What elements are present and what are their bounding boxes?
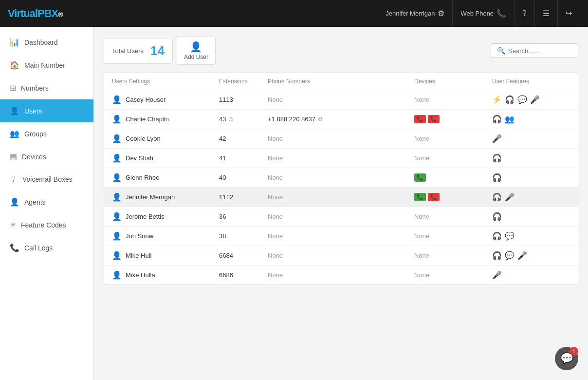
extension-cell: 38 bbox=[219, 232, 268, 240]
header: VirtualPBX® Jennifer Merrigan ⚙ Web Phon… bbox=[0, 0, 588, 27]
features-cell: 🎧🎤 bbox=[492, 192, 570, 202]
sidebar-item-agents[interactable]: 👤 Agents bbox=[0, 190, 93, 213]
search-input[interactable] bbox=[508, 47, 572, 55]
logo-trademark: ® bbox=[58, 11, 62, 19]
device-none: None bbox=[414, 252, 429, 259]
features-cell: 🎧👥 bbox=[492, 114, 570, 124]
table-row[interactable]: 👤 Jon Snow 38 None None 🎧💬 bbox=[104, 227, 578, 246]
sidebar-item-groups[interactable]: 👥 Groups bbox=[0, 122, 93, 145]
total-users-box: Total Users 14 bbox=[104, 38, 173, 64]
extension-cell: 6686 bbox=[219, 271, 268, 279]
extension-value: 41 bbox=[219, 154, 226, 162]
sidebar-item-users[interactable]: 👤 Users bbox=[0, 99, 93, 122]
search-box: 🔍 bbox=[491, 43, 578, 58]
bolt-icon: ⚡ bbox=[492, 95, 502, 104]
chat-widget[interactable]: 💬 1 bbox=[555, 347, 578, 370]
table-header: Users Settings Extensions Phone Numbers … bbox=[104, 73, 578, 90]
extension-cell: 40 bbox=[219, 174, 268, 181]
device-red-icon: 📞 bbox=[414, 115, 426, 123]
sidebar-icon-dashboard: 📊 bbox=[10, 38, 19, 47]
user-name: 👤 Cookie Lyon bbox=[112, 134, 219, 143]
table-row[interactable]: 👤 Charlie Chaplin 43 ⧉ +1 888 220 8637⧉ … bbox=[104, 110, 578, 129]
user-name: 👤 Jennifer Merrigan bbox=[112, 192, 219, 202]
phone-cell: None bbox=[268, 135, 414, 142]
copy-ext-icon[interactable]: ⧉ bbox=[229, 116, 233, 123]
extension-value: 6684 bbox=[219, 252, 233, 259]
phone-cell: None bbox=[268, 193, 414, 201]
user-menu-button[interactable]: Jennifer Merrigan ⚙ bbox=[378, 0, 453, 27]
table-row[interactable]: 👤 Cookie Lyon 42 None None 🎤 bbox=[104, 129, 578, 149]
col-phone-numbers: Phone Numbers bbox=[268, 78, 414, 85]
extension-value: 36 bbox=[219, 213, 226, 220]
device-none: None bbox=[414, 232, 429, 240]
features-cell: 🎧 bbox=[492, 173, 570, 182]
table-row[interactable]: 👤 Glenn Rhee 40 None 📞 🎧 bbox=[104, 168, 578, 188]
phone-number: +1 888 220 8637 bbox=[268, 115, 315, 123]
devices-cell: None bbox=[414, 154, 492, 162]
web-phone-label: Web Phone bbox=[460, 10, 494, 17]
sidebar-item-numbers[interactable]: ⊞ Numbers bbox=[0, 76, 93, 99]
col-users-settings: Users Settings bbox=[112, 78, 219, 85]
table-row[interactable]: 👤 Mike Hull 6684 None None 🎧💬🎤 bbox=[104, 246, 578, 266]
sidebar-item-feature-codes[interactable]: ✳ Feature Codes bbox=[0, 213, 93, 236]
admin-user-icon: 👤 bbox=[112, 95, 122, 104]
device-none: None bbox=[414, 96, 429, 103]
extension-cell: 36 bbox=[219, 213, 268, 220]
sidebar-label-voicemail-boxes: Voicemail Boxes bbox=[22, 175, 73, 183]
phone-none: None bbox=[268, 271, 283, 279]
sidebar: 📊 Dashboard 🏠 Main Number ⊞ Numbers 👤 Us… bbox=[0, 27, 94, 380]
menu-button[interactable]: ☰ bbox=[535, 0, 558, 27]
sidebar-item-call-logs[interactable]: 📞 Call Logs bbox=[0, 236, 93, 259]
devices-cell: None bbox=[414, 252, 492, 259]
table-row[interactable]: 👤 Mike Hulla 6686 None None 🎤 bbox=[104, 266, 578, 285]
user-name-text: Mike Hull bbox=[126, 252, 151, 259]
sidebar-item-voicemail-boxes[interactable]: 🎙 Voicemail Boxes bbox=[0, 168, 93, 190]
sidebar-item-devices[interactable]: ▦ Devices bbox=[0, 145, 93, 168]
headset-icon: 🎧 bbox=[492, 192, 502, 202]
sidebar-item-main-number[interactable]: 🏠 Main Number bbox=[0, 54, 93, 76]
phone-cell: +1 888 220 8637⧉ bbox=[268, 115, 414, 123]
mic-icon: 🎤 bbox=[517, 251, 527, 260]
sidebar-item-dashboard[interactable]: 📊 Dashboard bbox=[0, 31, 93, 54]
headset-icon: 🎧 bbox=[492, 153, 502, 163]
user-name: 👤 Casey Houser bbox=[112, 95, 219, 104]
web-phone-button[interactable]: Web Phone 📞 bbox=[453, 0, 514, 27]
logo-pbx: PBX bbox=[37, 7, 58, 19]
devices-cell: None bbox=[414, 271, 492, 279]
extension-cell: 42 bbox=[219, 135, 268, 142]
topbar: Total Users 14 👤 Add User 🔍 bbox=[104, 37, 578, 65]
table-row[interactable]: 👤 Jerome Bettis 36 None None 🎧 bbox=[104, 207, 578, 227]
user-icon: 👤 bbox=[112, 270, 122, 280]
group-icon: 👥 bbox=[505, 114, 514, 124]
sidebar-label-dashboard: Dashboard bbox=[24, 38, 58, 46]
extension-cell: 43 ⧉ bbox=[219, 115, 268, 123]
extension-cell: 41 bbox=[219, 154, 268, 162]
col-devices: Devices bbox=[414, 78, 492, 85]
features-cell: 🎤 bbox=[492, 134, 570, 143]
table-row[interactable]: 👤 Jennifer Merrigan 1112 None 📞📞 🎧🎤 bbox=[104, 188, 578, 207]
main-content: Total Users 14 👤 Add User 🔍 Users Settin… bbox=[94, 27, 588, 380]
device-none: None bbox=[414, 271, 429, 279]
extension-cell: 6684 bbox=[219, 252, 268, 259]
mic-icon: 🎤 bbox=[492, 134, 502, 143]
features-cell: ⚡🎧💬🎤 bbox=[492, 95, 570, 104]
logout-button[interactable]: ↪ bbox=[558, 0, 580, 27]
table-row[interactable]: 👤 Dev Shah 41 None None 🎧 bbox=[104, 149, 578, 168]
phone-none: None bbox=[268, 135, 283, 142]
phone-none: None bbox=[268, 213, 283, 220]
phone-none: None bbox=[268, 252, 283, 259]
sidebar-icon-groups: 👥 bbox=[10, 129, 19, 138]
chat-badge: 1 bbox=[570, 347, 578, 356]
phone-cell: None bbox=[268, 174, 414, 181]
extension-value: 43 bbox=[219, 115, 226, 123]
add-user-button[interactable]: 👤 Add User bbox=[177, 37, 216, 65]
mic-icon: 🎤 bbox=[505, 192, 514, 202]
phone-icon: 📞 bbox=[496, 9, 506, 18]
devices-cell: None bbox=[414, 232, 492, 240]
help-button[interactable]: ? bbox=[514, 0, 535, 27]
copy-phone-icon[interactable]: ⧉ bbox=[318, 116, 323, 123]
table-row[interactable]: 👤 Casey Houser 1113 None None ⚡🎧💬🎤 bbox=[104, 90, 578, 110]
devices-cell: None bbox=[414, 135, 492, 142]
sidebar-label-main-number: Main Number bbox=[24, 61, 65, 69]
help-icon: ? bbox=[522, 9, 527, 18]
